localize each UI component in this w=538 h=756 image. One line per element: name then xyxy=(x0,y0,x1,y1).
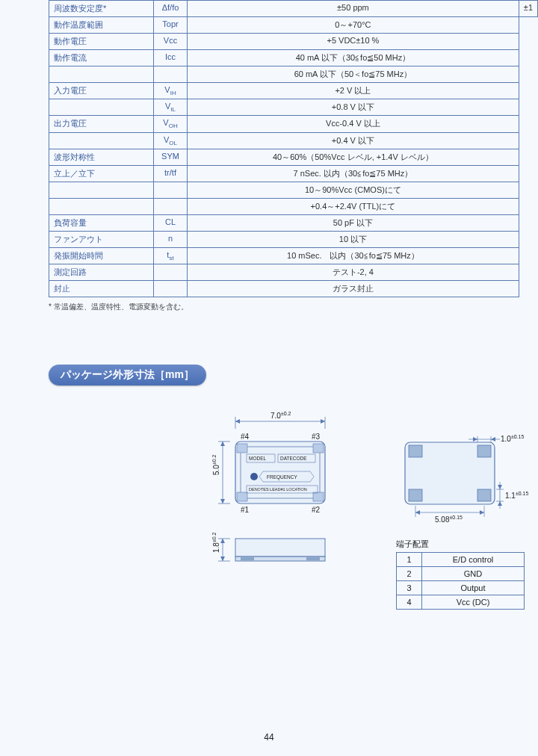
svg-marker-61 xyxy=(415,510,420,515)
svg-text:#3: #3 xyxy=(312,433,321,441)
svg-rect-43 xyxy=(477,445,491,457)
svg-marker-50 xyxy=(491,437,495,441)
svg-text:#2: #2 xyxy=(312,506,321,514)
svg-text:DENOTES LEAD#1 LOCATION: DENOTES LEAD#1 LOCATION xyxy=(249,487,307,492)
svg-text:FREQUENCY: FREQUENCY xyxy=(267,474,297,480)
package-pad-layout: 1.0±0.15 1.1±0.15 5.08±0.15 xyxy=(398,429,538,537)
svg-rect-44 xyxy=(409,489,422,501)
pin-table-title: 端子配置 xyxy=(396,539,523,550)
svg-rect-40 xyxy=(306,557,320,560)
svg-marker-62 xyxy=(480,510,484,515)
svg-text:5.08±0.15: 5.08±0.15 xyxy=(435,515,463,524)
spec-footnote: * 常温偏差、温度特性、電源変動を含む。 xyxy=(49,302,538,312)
package-top-view: 7.0±0.2 5.0±0.2 #4 #3 #1 #2 MODEL DATECO… xyxy=(194,408,344,527)
svg-marker-35 xyxy=(220,557,225,561)
svg-marker-10 xyxy=(220,499,225,504)
svg-rect-42 xyxy=(409,445,422,457)
svg-marker-56 xyxy=(498,501,502,506)
svg-rect-39 xyxy=(241,557,254,560)
svg-marker-49 xyxy=(473,437,477,441)
svg-rect-14 xyxy=(237,444,247,453)
package-side-view: 1.8±0.2 xyxy=(194,527,344,580)
svg-marker-9 xyxy=(220,441,225,446)
svg-text:1.8±0.2: 1.8±0.2 xyxy=(211,532,220,553)
pin-assignment: 端子配置 1E/D control2GND3Output4Vcc (DC) xyxy=(396,539,523,610)
svg-text:DATECODE: DATECODE xyxy=(280,456,307,461)
page-number: 44 xyxy=(0,732,538,743)
package-diagrams: 7.0±0.2 5.0±0.2 #4 #3 #1 #2 MODEL DATECO… xyxy=(0,408,538,617)
svg-point-26 xyxy=(250,473,258,480)
svg-text:5.0±0.2: 5.0±0.2 xyxy=(211,454,220,475)
svg-marker-4 xyxy=(321,419,325,424)
svg-rect-17 xyxy=(313,492,324,501)
spec-table: 周波数安定度*Δf/fo±50 ppm±1動作温度範囲Topr0～+70°C動作… xyxy=(49,0,538,297)
svg-marker-55 xyxy=(498,485,502,489)
svg-rect-12 xyxy=(235,441,325,504)
svg-rect-45 xyxy=(477,489,491,501)
pin-table: 1E/D control2GND3Output4Vcc (DC) xyxy=(396,552,525,610)
svg-marker-34 xyxy=(220,539,225,543)
svg-text:7.0±0.2: 7.0±0.2 xyxy=(270,411,291,420)
svg-text:1.0±0.15: 1.0±0.15 xyxy=(501,434,524,443)
svg-text:#1: #1 xyxy=(241,506,250,514)
svg-text:MODEL: MODEL xyxy=(249,456,267,461)
svg-rect-15 xyxy=(313,444,324,453)
svg-text:1.1±0.15: 1.1±0.15 xyxy=(505,491,528,500)
svg-rect-37 xyxy=(235,539,325,557)
svg-marker-3 xyxy=(235,419,240,424)
svg-rect-16 xyxy=(237,492,247,501)
section-title-badge: パッケージ外形寸法［mm］ xyxy=(49,365,206,385)
svg-text:#4: #4 xyxy=(241,433,250,441)
